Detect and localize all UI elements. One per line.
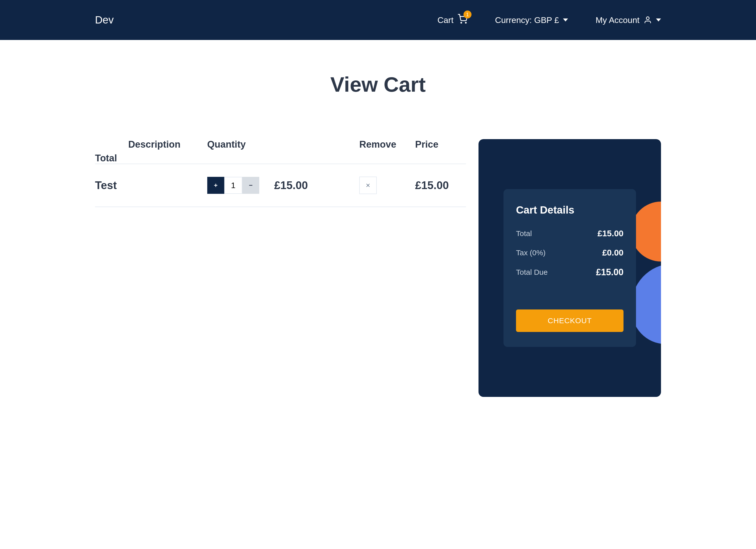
user-icon [643,16,652,24]
cart-details-title: Cart Details [516,204,623,216]
summary-total-row: Total £15.00 [516,229,623,238]
item-line-total: £15.00 [274,179,308,192]
checkout-button[interactable]: CHECKOUT [516,309,623,332]
col-price: Price [415,139,466,164]
cart-link[interactable]: Cart 1 [437,14,467,26]
chevron-down-icon [563,18,568,21]
main-content: View Cart Total Description Quantity Rem… [0,72,756,544]
col-remove: Remove [359,139,415,164]
summary-tax-value: £0.00 [602,248,623,258]
col-quantity: Quantity [207,139,359,164]
col-total: Total [95,139,128,164]
item-description: Test [95,164,207,207]
cart-table: Total Description Quantity Remove Price … [95,139,466,207]
cart-icon-wrap: 1 [457,14,467,26]
summary-due-label: Total Due [516,268,548,276]
item-price: £15.00 [415,164,466,207]
col-description: Description [128,139,207,164]
item-quantity-cell: £15.00 [207,164,359,207]
account-label: My Account [595,15,639,25]
cart-table-wrap: Total Description Quantity Remove Price … [95,139,466,207]
currency-label: Currency: GBP £ [495,15,559,25]
plus-icon [213,183,219,188]
content-wrap: Total Description Quantity Remove Price … [95,139,661,397]
summary-total-label: Total [516,229,532,238]
svg-point-0 [461,22,461,23]
close-icon [365,182,371,188]
qty-increase-button[interactable] [207,177,224,194]
header-nav: Cart 1 Currency: GBP £ My Account [437,14,661,26]
summary-tax-row: Tax (0%) £0.00 [516,248,623,258]
summary-total-value: £15.00 [597,229,623,238]
remove-button[interactable] [359,177,377,194]
svg-point-1 [465,22,466,23]
main-header: Dev Cart 1 Currency: GBP £ My Account [0,0,756,40]
cart-label: Cart [437,15,453,25]
cart-badge: 1 [463,10,471,18]
logo[interactable]: Dev [95,14,114,26]
cart-details-panel: Cart Details Total £15.00 Tax (0%) £0.00… [479,139,661,397]
quantity-stepper [207,177,259,194]
qty-decrease-button[interactable] [242,177,259,194]
summary-tax-label: Tax (0%) [516,249,545,257]
summary-due-row: Total Due £15.00 [516,267,623,277]
minus-icon [248,183,253,188]
currency-dropdown[interactable]: Currency: GBP £ [495,15,568,25]
svg-point-2 [646,17,649,19]
account-dropdown[interactable]: My Account [595,15,661,25]
chevron-down-icon [656,18,661,21]
cart-details-box: Cart Details Total £15.00 Tax (0%) £0.00… [503,189,636,347]
table-header-row: Total Description Quantity Remove Price [95,139,466,164]
summary-due-value: £15.00 [596,267,623,277]
page-title: View Cart [95,72,661,97]
table-row: Test [95,164,466,207]
item-remove-cell [359,164,415,207]
qty-input[interactable] [224,177,242,194]
